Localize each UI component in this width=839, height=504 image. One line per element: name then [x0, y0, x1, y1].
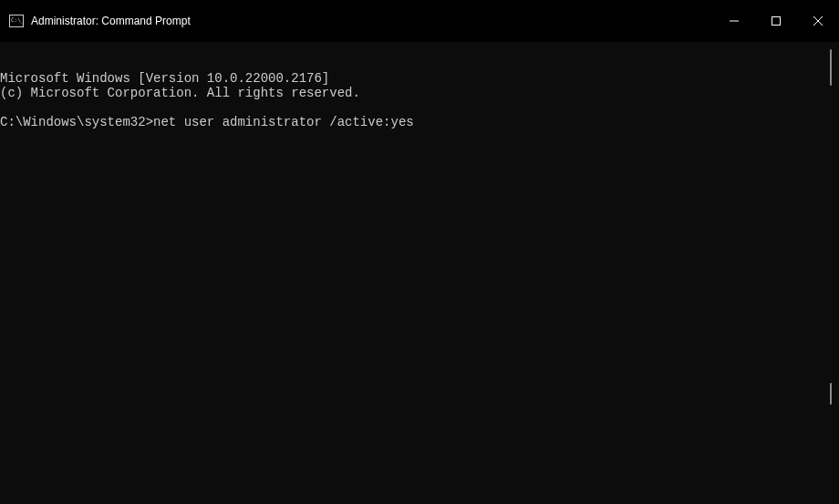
- maximize-button[interactable]: [755, 0, 797, 42]
- close-icon: [813, 16, 823, 26]
- output-line-version: Microsoft Windows [Version 10.0.22000.21…: [0, 71, 329, 86]
- minimize-icon: [730, 16, 739, 26]
- titlebar[interactable]: Administrator: Command Prompt: [0, 0, 839, 42]
- command-prompt-window: Administrator: Command Prompt Micr: [0, 0, 839, 504]
- titlebar-left: Administrator: Command Prompt: [9, 15, 191, 27]
- terminal-content: Microsoft Windows [Version 10.0.22000.21…: [0, 71, 839, 129]
- cmd-icon: [9, 15, 24, 27]
- maximize-icon: [772, 16, 781, 26]
- prompt-path: C:\Windows\system32>: [0, 115, 153, 129]
- scrollbar-thumb-top[interactable]: [830, 49, 832, 86]
- window-title: Administrator: Command Prompt: [31, 15, 191, 26]
- window-controls: [713, 0, 839, 42]
- prompt-line: C:\Windows\system32>net user administrat…: [0, 115, 414, 129]
- close-button[interactable]: [797, 0, 839, 42]
- svg-rect-1: [772, 17, 781, 26]
- typed-command: net user administrator /active:yes: [153, 115, 414, 129]
- terminal-body[interactable]: Microsoft Windows [Version 10.0.22000.21…: [0, 42, 839, 504]
- minimize-button[interactable]: [713, 0, 755, 42]
- output-line-copyright: (c) Microsoft Corporation. All rights re…: [0, 86, 360, 100]
- scrollbar-thumb-bottom[interactable]: [830, 383, 832, 405]
